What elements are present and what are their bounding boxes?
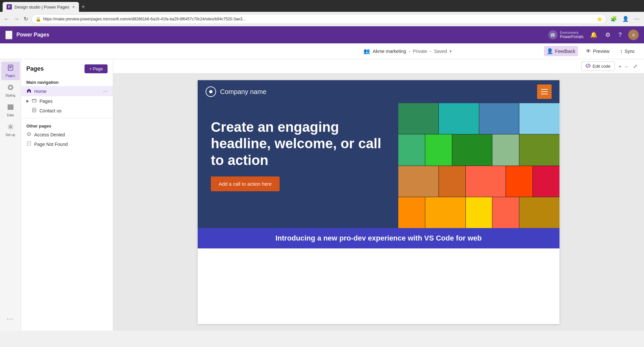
website-header: Company name <box>198 80 559 103</box>
back-button[interactable]: ← <box>3 15 11 23</box>
page-not-found-icon: ? <box>26 141 32 147</box>
sidebar: Pages + Page Main navigation Home ··· ▶ … <box>21 59 113 331</box>
notifications-button[interactable]: 🔔 <box>589 30 599 40</box>
nav-styling-label: Styling <box>5 94 15 98</box>
fullscreen-button[interactable]: ⤢ <box>632 62 639 71</box>
edit-code-button[interactable]: Edit code <box>581 61 615 71</box>
profile-button[interactable]: 👤 <box>620 14 631 23</box>
home-more-button[interactable]: ··· <box>103 88 108 94</box>
tab-title: Design studio | Power Pages <box>14 5 69 10</box>
data-icon <box>7 104 14 112</box>
environment-info: 🏢 Environment PowerPortals <box>548 30 583 39</box>
website-logo <box>206 86 216 97</box>
styling-icon <box>7 84 14 92</box>
environment-icon: 🏢 <box>548 30 557 39</box>
edit-code-label: Edit code <box>593 64 610 69</box>
svg-rect-15 <box>8 106 13 107</box>
browser-actions: 🧩 👤 ⋯ <box>608 14 641 23</box>
waffle-menu-button[interactable] <box>5 31 12 39</box>
pages-expand-chevron[interactable]: ▶ <box>26 99 29 103</box>
svg-point-17 <box>10 126 12 128</box>
tab-favicon: P <box>7 4 12 10</box>
site-status: - <box>409 49 410 54</box>
nav-setup-label: Set up <box>6 133 15 137</box>
company-name: Company name <box>220 88 266 96</box>
url-text: https://make.preview.powerpages.microsof… <box>43 17 593 21</box>
hero-title: Create an engaging headline, welcome, or… <box>211 119 385 169</box>
nav-more-button[interactable]: ··· <box>1 310 20 328</box>
more-button[interactable]: ⋯ <box>632 14 641 23</box>
svg-text:?: ? <box>28 143 30 145</box>
tab-close-button[interactable]: ✕ <box>72 5 75 9</box>
refresh-button[interactable]: ↻ <box>22 14 29 23</box>
address-bar[interactable]: 🔒 https://make.preview.powerpages.micros… <box>31 14 607 24</box>
banner-text: Introducing a new pro-dev experience wit… <box>275 234 482 242</box>
setup-icon <box>7 124 14 132</box>
page-not-found-label: Page Not Found <box>34 142 68 147</box>
svg-rect-2 <box>11 31 12 33</box>
environment-label: Environment <box>560 31 583 35</box>
environment-name: PowerPortals <box>560 35 583 39</box>
canvas-zoom-controls: + – <box>617 62 629 70</box>
user-avatar[interactable]: A <box>628 30 639 40</box>
feedback-icon: 👤 <box>547 48 553 54</box>
nav-item-data[interactable]: Data <box>1 101 20 120</box>
app-header-right: 🏢 Environment PowerPortals 🔔 ⚙ ? A <box>548 30 639 40</box>
new-tab-button[interactable]: + <box>79 2 88 12</box>
svg-rect-0 <box>6 31 8 33</box>
nav-item-setup[interactable]: Set up <box>1 121 20 139</box>
toolbar-actions: 👤 Feedback 👁 Preview ↕ Sync <box>544 46 637 56</box>
pages-folder-icon <box>32 98 37 104</box>
svg-rect-18 <box>32 99 36 102</box>
hero-cta-button[interactable]: Add a call to action here <box>211 176 280 191</box>
sidebar-item-contact[interactable]: Contact us <box>21 106 113 115</box>
feedback-button[interactable]: 👤 Feedback <box>544 46 578 56</box>
forward-button[interactable]: → <box>12 15 20 23</box>
main-nav-section-label: Main navigation <box>21 77 113 86</box>
sidebar-item-home[interactable]: Home ··· <box>21 86 113 96</box>
website-menu-button[interactable] <box>537 84 552 99</box>
website-frame: Company name Create an engaging headline… <box>198 80 559 324</box>
add-page-button[interactable]: + Page <box>85 64 108 73</box>
website-banner: Introducing a new pro-dev experience wit… <box>198 228 559 248</box>
sync-icon: ↕ <box>620 48 623 54</box>
zoom-in-button[interactable]: + <box>617 62 623 70</box>
nav-item-pages[interactable]: Pages <box>1 62 20 80</box>
settings-button[interactable]: ⚙ <box>604 30 612 40</box>
environment-text: Environment PowerPortals <box>560 31 583 39</box>
menu-line-1 <box>541 89 548 90</box>
svg-rect-1 <box>8 31 10 33</box>
preview-button[interactable]: 👁 Preview <box>583 46 612 56</box>
svg-rect-6 <box>6 36 8 37</box>
home-label: Home <box>34 89 46 94</box>
extensions-button[interactable]: 🧩 <box>608 14 619 23</box>
site-dropdown-chevron[interactable]: ▾ <box>450 49 452 54</box>
sidebar-item-access-denied[interactable]: Access Denied <box>21 130 113 139</box>
svg-rect-9 <box>8 65 13 70</box>
menu-line-3 <box>541 94 548 94</box>
nav-pages-label: Pages <box>6 74 15 78</box>
main-layout: Pages Styling Data <box>0 59 644 331</box>
sidebar-item-page-not-found[interactable]: ? Page Not Found <box>21 139 113 149</box>
help-button[interactable]: ? <box>617 30 623 40</box>
active-tab[interactable]: P Design studio | Power Pages ✕ <box>3 2 79 12</box>
address-bar-row: ← → ↻ 🔒 https://make.preview.powerpages.… <box>0 12 644 26</box>
pages-icon <box>7 64 14 73</box>
pages-label: Pages <box>39 99 53 104</box>
svg-rect-8 <box>11 36 12 37</box>
access-denied-label: Access Denied <box>34 132 65 137</box>
sidebar-item-pages[interactable]: ▶ Pages <box>21 96 113 106</box>
edit-code-icon <box>585 63 591 69</box>
contact-label: Contact us <box>39 108 62 113</box>
tab-bar: P Design studio | Power Pages ✕ + <box>0 0 644 12</box>
site-info: 👥 Akme marketing - Private - Saved ▾ <box>275 48 540 54</box>
nav-item-styling[interactable]: Styling <box>1 81 20 100</box>
svg-rect-5 <box>11 34 12 35</box>
access-denied-icon <box>26 132 32 137</box>
sync-button[interactable]: ↕ Sync <box>617 46 637 56</box>
website-preview[interactable]: Company name Create an engaging headline… <box>113 74 644 331</box>
zoom-out-button[interactable]: – <box>624 62 629 70</box>
preview-icon: 👁 <box>586 48 591 54</box>
logo-dot <box>209 90 212 93</box>
sidebar-header: Pages + Page <box>21 59 113 77</box>
